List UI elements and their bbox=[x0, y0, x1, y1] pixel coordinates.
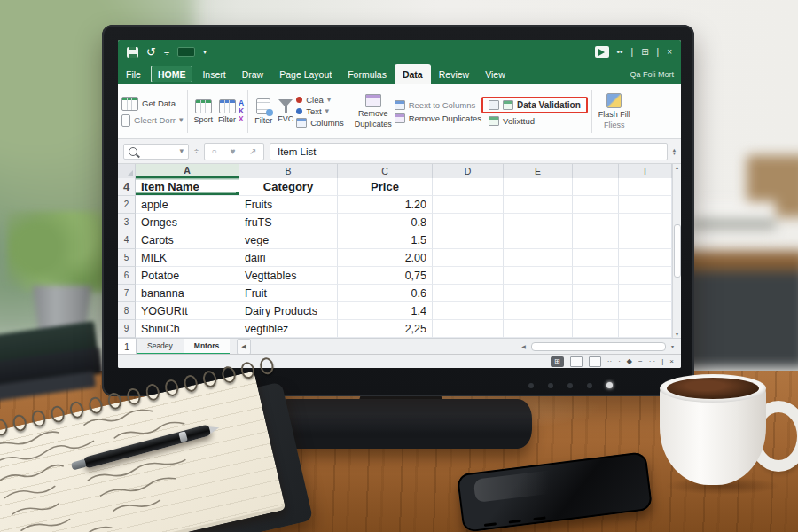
cell[interactable]: Fruit bbox=[239, 285, 338, 302]
cell[interactable]: dairi bbox=[239, 249, 338, 267]
scroll-right-icon[interactable]: ▾ bbox=[671, 344, 674, 349]
cell-empty[interactable] bbox=[619, 285, 672, 302]
cell[interactable]: 1.4 bbox=[338, 302, 433, 320]
row-header[interactable]: 4 bbox=[118, 231, 136, 249]
cell-empty[interactable] bbox=[573, 178, 619, 196]
cell-empty[interactable] bbox=[433, 214, 504, 231]
row-header[interactable]: 2 bbox=[118, 196, 136, 214]
formula-bar-input[interactable]: Item List bbox=[270, 143, 668, 160]
more-options-icon[interactable]: •• bbox=[617, 48, 623, 57]
normal-view-button[interactable]: ⊞ bbox=[551, 356, 564, 367]
close-icon[interactable]: × bbox=[667, 48, 672, 57]
cell-empty[interactable] bbox=[619, 178, 672, 196]
cell[interactable]: Fruits bbox=[239, 196, 338, 214]
filter-button-small[interactable]: Filter bbox=[215, 99, 239, 124]
scroll-down-icon[interactable]: ▾ bbox=[676, 332, 678, 337]
zoom-slider-handle[interactable]: ◆ bbox=[627, 358, 632, 365]
text-button[interactable]: Text ▾ bbox=[296, 106, 344, 116]
cell-empty[interactable] bbox=[433, 267, 504, 285]
tab-insert[interactable]: Insert bbox=[194, 64, 233, 84]
filter-button-big[interactable]: Filter bbox=[252, 98, 275, 125]
clear-button[interactable]: Clea ▾ bbox=[296, 95, 344, 105]
row-header[interactable]: 3 bbox=[118, 214, 136, 231]
row-header[interactable]: 4 bbox=[118, 178, 136, 196]
cell-empty[interactable] bbox=[433, 302, 504, 320]
row-header[interactable]: 6 bbox=[118, 267, 136, 285]
cell[interactable]: YOGURtt bbox=[136, 302, 239, 320]
cell-empty[interactable] bbox=[504, 320, 573, 338]
save-icon[interactable] bbox=[127, 47, 138, 58]
cell-empty[interactable] bbox=[573, 320, 619, 338]
horizontal-scrollbar[interactable]: ◀ ▾ bbox=[521, 339, 681, 355]
cell[interactable]: bananna bbox=[136, 285, 239, 302]
tab-page-layout[interactable]: Page Layout bbox=[271, 64, 340, 84]
tell-me-label[interactable]: Qa Foli Mort bbox=[630, 64, 681, 84]
cell[interactable]: apple bbox=[136, 196, 239, 214]
cell-empty[interactable] bbox=[573, 302, 619, 320]
remove-duplicates-button[interactable]: Remove Duplicates bbox=[352, 94, 395, 129]
horizontal-scroll-track[interactable] bbox=[531, 342, 666, 351]
row-header[interactable]: 1 bbox=[118, 339, 137, 355]
cell[interactable]: 0.8 bbox=[338, 214, 433, 231]
cell-empty[interactable] bbox=[433, 231, 504, 249]
page-layout-view-button[interactable] bbox=[570, 356, 583, 367]
ribbon-options-icon[interactable]: ⊞ bbox=[641, 48, 648, 57]
validation-small-button[interactable]: Volixttud bbox=[481, 116, 588, 126]
row-header[interactable]: 5 bbox=[118, 249, 136, 267]
zoom-out-dots[interactable]: ·· bbox=[607, 358, 612, 365]
tab-home[interactable]: HOME bbox=[151, 66, 193, 82]
remove-duplicates-small-button[interactable]: Remove Duplicates bbox=[395, 113, 481, 123]
cell-empty[interactable] bbox=[504, 302, 573, 320]
column-header-blank[interactable] bbox=[573, 164, 619, 178]
tab-review[interactable]: Review bbox=[431, 64, 477, 84]
cell-empty[interactable] bbox=[504, 196, 573, 214]
cell[interactable]: fruTS bbox=[239, 214, 338, 231]
sort-button[interactable]: Sport bbox=[192, 99, 216, 124]
cell-price[interactable]: Price bbox=[338, 178, 433, 196]
cell-empty[interactable] bbox=[573, 249, 619, 267]
flash-fill-button[interactable]: Flash Fill Fliess bbox=[596, 93, 633, 129]
comment-icon[interactable]: ○ bbox=[212, 146, 217, 156]
cell-empty[interactable] bbox=[619, 214, 672, 231]
cell-empty[interactable] bbox=[433, 285, 504, 302]
cell[interactable]: Carots bbox=[136, 231, 239, 249]
tab-data[interactable]: Data bbox=[395, 64, 431, 84]
cell[interactable]: 2,25 bbox=[338, 320, 433, 338]
row-header[interactable]: 7 bbox=[118, 285, 136, 302]
data-validation-button-highlighted[interactable]: Data Validation bbox=[481, 97, 588, 113]
cell-empty[interactable] bbox=[573, 214, 619, 231]
chevron-down-icon[interactable]: ▾ bbox=[203, 48, 207, 56]
undo-icon[interactable]: ↺ bbox=[146, 46, 156, 58]
column-header-d[interactable]: D bbox=[433, 164, 504, 178]
cell-empty[interactable] bbox=[619, 302, 672, 320]
column-header-i[interactable]: I bbox=[619, 164, 672, 178]
cell[interactable]: vege bbox=[239, 231, 338, 249]
zoom-dot[interactable]: · bbox=[618, 358, 621, 365]
cell-category[interactable]: Category bbox=[239, 178, 338, 196]
page-break-view-button[interactable] bbox=[589, 356, 601, 367]
cell[interactable]: vegtiblez bbox=[239, 320, 338, 338]
cell[interactable]: 0.6 bbox=[338, 285, 433, 302]
scroll-up-icon[interactable]: ▴ bbox=[676, 165, 678, 170]
cell-empty[interactable] bbox=[433, 178, 504, 196]
cell[interactable]: Dairy Products bbox=[239, 302, 338, 320]
cell-empty[interactable] bbox=[504, 231, 573, 249]
column-header-c[interactable]: C bbox=[338, 164, 433, 178]
advanced-filter-button[interactable]: FVC bbox=[275, 99, 296, 123]
formula-bar-expand[interactable]: ▴ ▾ bbox=[673, 148, 676, 155]
columns-button[interactable]: Columns bbox=[296, 118, 344, 128]
fx-icon[interactable]: ↗ bbox=[249, 146, 256, 156]
cell[interactable]: MILK bbox=[136, 249, 239, 267]
cell[interactable]: Ornges bbox=[136, 214, 239, 231]
column-header-e[interactable]: E bbox=[504, 164, 573, 178]
zoom-in-dots[interactable]: · · bbox=[649, 358, 656, 365]
scrollbar-thumb[interactable] bbox=[674, 224, 681, 278]
cell-empty[interactable] bbox=[573, 196, 619, 214]
tab-draw[interactable]: Draw bbox=[234, 64, 272, 84]
cell[interactable]: 1.20 bbox=[338, 196, 433, 214]
cell-empty[interactable] bbox=[504, 249, 573, 267]
cell-empty[interactable] bbox=[504, 178, 573, 196]
column-header-b[interactable]: B bbox=[239, 164, 338, 178]
tab-file[interactable]: File bbox=[118, 64, 149, 84]
row-header[interactable]: 8 bbox=[118, 302, 136, 320]
